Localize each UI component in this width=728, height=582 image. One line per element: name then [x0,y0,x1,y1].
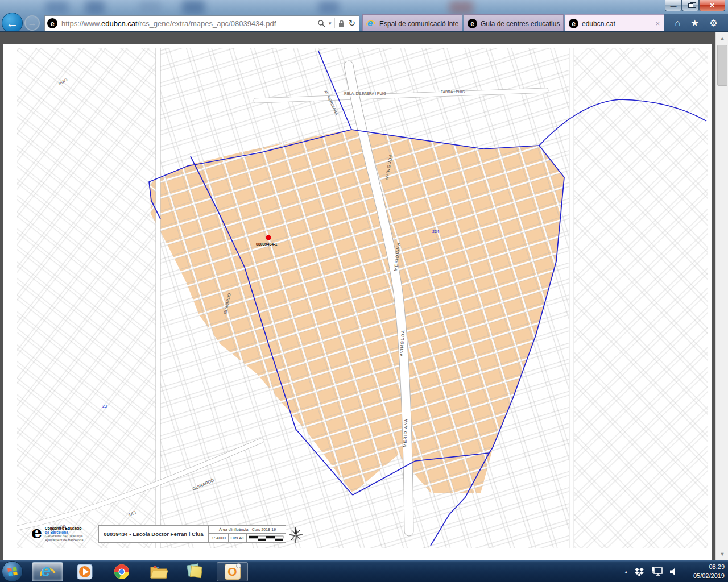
titlebar-reflection [139,1,161,14]
org-name4: Ajuntament de Barcelona [45,538,83,542]
browser-toolbar: ⌂ ★ ⚙ [664,14,728,32]
restore-button[interactable] [682,0,699,11]
street-label: RBLA. DE FABRA I PUIG [344,92,386,95]
zone-number: 23 [102,404,107,408]
favorites-star-icon[interactable]: ★ [690,18,698,28]
pdf-page: AV. MERIDIANA RBLA. DE FABRA I PUIG FABR… [3,44,712,560]
taskbar-sticky-notes[interactable] [180,562,211,581]
titlebar-reflection [85,1,105,14]
ie-favicon: e [366,19,376,28]
speaker-icon[interactable] [669,567,678,576]
taskbar-chrome[interactable] [106,562,137,581]
school-zone-map: AV. MERIDIANA RBLA. DE FABRA I PUIG FABR… [17,48,708,548]
vertical-scrollbar[interactable]: ▲ ▼ [715,32,728,560]
url-text[interactable]: https://www.edubcn.cat/rcs_gene/extra/ma… [61,19,317,28]
scroll-up-button[interactable]: ▲ [716,32,728,44]
street-grid-east [572,48,708,548]
refresh-icon[interactable]: ↻ [348,18,355,28]
lock-icon[interactable] [338,20,345,27]
chrome-icon [113,563,130,580]
close-icon: ✕ [709,2,714,9]
school-marker [266,235,271,240]
search-icon[interactable] [317,19,325,27]
chevron-down-icon[interactable]: ▾ [329,20,332,26]
folder-icon [150,564,168,580]
org-name2: de Barcelona [45,530,83,534]
restore-icon [688,3,693,8]
site-favicon: e [47,18,57,28]
tab-title: Guia de centres educatius [481,20,560,28]
start-button[interactable] [2,561,23,582]
area-label: Àrea d'influència - Curs 2018-19 [209,526,286,534]
url-path: /rcs_gene/extra/mapes_apc/08039434.pdf [138,19,276,28]
taskbar-outlook[interactable]: O [217,562,248,581]
tab-title: Espai de comunicació inte... [379,20,458,28]
tab-guia-de-centres[interactable]: e Guia de centres educatius [464,14,564,32]
home-icon[interactable]: ⌂ [675,18,680,28]
navigation-bar: ← → e https://www.edubcn.cat/rcs_gene/ex… [0,14,728,32]
taskbar-file-explorer[interactable] [143,562,174,581]
tray-expand-icon[interactable]: ▴ [624,569,627,575]
windows-flag-icon [7,566,18,577]
map-scale: 1: 4000 [209,534,229,542]
org-name3: Generalitat de Catalunya [45,534,83,538]
scroll-up-icon: ▲ [720,35,725,41]
titlebar-reflection [46,1,68,14]
edubcn-favicon: e [569,19,578,28]
paper-size: DIN A1 [229,534,247,542]
network-icon[interactable] [651,567,663,576]
map-legend: e Consorci d'Educació de Barcelona Gener… [3,524,712,548]
compass-rose-icon [288,526,303,546]
taskbar-internet-explorer[interactable]: e [32,562,63,581]
school-title-box: 08039434 - Escola Doctor Ferran i Clua [98,525,209,543]
school-title: 08039434 - Escola Doctor Ferran i Clua [104,531,203,537]
tab-edubcn-active[interactable]: e edubcn.cat × [565,14,665,32]
back-arrow-icon: ← [6,16,19,31]
street-label: FABRA I PUIG [441,90,465,94]
divider [334,18,335,28]
taskbar-clock[interactable]: 08:29 05/02/2019 [680,562,725,580]
favicon-letter: e [470,20,474,28]
taskbar: e [0,560,728,582]
close-button[interactable]: ✕ [699,0,725,11]
taskbar-media-player[interactable] [69,562,100,581]
map-info-box: Àrea d'influència - Curs 2018-19 1: 4000… [209,525,286,543]
clock-date: 05/02/2019 [680,571,725,580]
street-grid-west [17,48,158,548]
tab-title: edubcn.cat [582,20,654,28]
minimize-icon: — [671,2,677,9]
screen: — ✕ ← → e https://www.edubcn.cat/rcs_gen… [0,0,728,582]
favicon-letter: e [572,20,576,28]
url-prefix: https://www. [61,19,101,28]
clock-time: 08:29 [680,562,725,571]
edubcn-favicon: e [468,19,477,28]
system-tray: ▴ [624,560,678,582]
scroll-down-button[interactable]: ▼ [716,548,728,560]
scale-bar [247,534,286,542]
forward-arrow-icon: → [28,18,37,28]
tab-bar: e Espai de comunicació inte... e Guia de… [362,14,666,32]
outlook-icon: O [225,564,241,580]
window-caption-buttons: — ✕ [665,0,725,11]
taskbar-buttons: e [32,562,248,581]
scrollbar-thumb[interactable] [717,45,727,86]
consorci-e-logo: e [31,525,42,540]
url-domain: edubcn.cat [101,19,138,28]
zone-number: 234 [432,230,439,234]
titlebar-reflection [449,1,473,14]
school-marker-label: 08039434-1 [256,242,277,246]
forward-button[interactable]: → [24,15,40,31]
org-name: Consorci d'Educació [45,526,83,530]
sticky-notes-icon [187,563,205,580]
address-bar-icons: ▾ ↻ [317,18,357,28]
dropbox-icon[interactable] [634,567,644,576]
titlebar-reflection [318,1,339,14]
minimize-button[interactable]: — [665,0,682,11]
consorci-logo: e Consorci d'Educació de Barcelona Gener… [31,525,83,542]
gear-icon[interactable]: ⚙ [709,18,717,28]
tab-close-icon[interactable]: × [654,19,661,28]
scroll-down-icon: ▼ [720,551,725,557]
address-bar[interactable]: e https://www.edubcn.cat/rcs_gene/extra/… [44,15,359,31]
tab-espai-de-comunicacio[interactable]: e Espai de comunicació inte... [362,14,462,32]
back-button[interactable]: ← [2,13,23,32]
